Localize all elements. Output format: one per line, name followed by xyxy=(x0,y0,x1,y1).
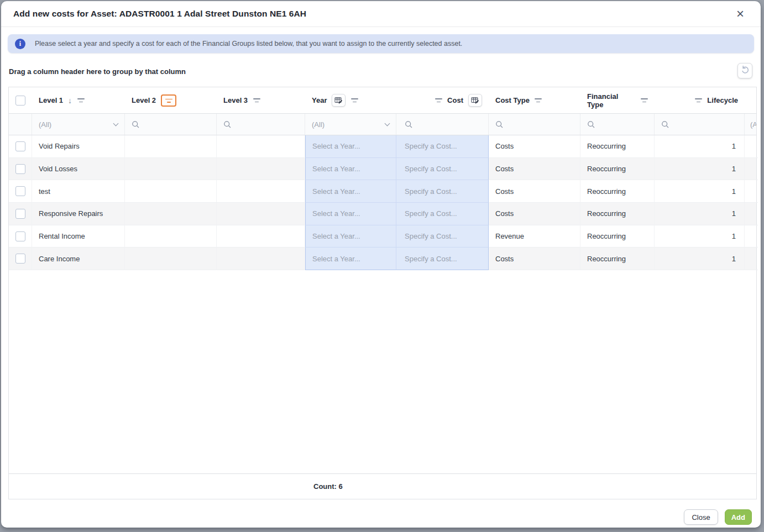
year-edit-cell[interactable]: Select a Year... xyxy=(305,203,396,225)
financial-type-cell: Reoccurring xyxy=(580,203,655,225)
column-header-level3[interactable]: Level 3 xyxy=(217,87,305,113)
column-header-clipped xyxy=(745,87,756,113)
cost-edit-cell[interactable]: Specify a Cost... xyxy=(396,135,489,158)
filter-icon[interactable] xyxy=(77,98,85,102)
info-banner-text: Please select a year and specify a cost … xyxy=(35,40,462,48)
cost-type-cell: Costs xyxy=(489,135,580,158)
dialog-footer-actions: Close Add xyxy=(684,509,752,525)
table-row: Responsive Repairs Select a Year... Spec… xyxy=(9,203,756,225)
row-select-cell[interactable] xyxy=(9,135,32,158)
level2-cell xyxy=(125,203,217,225)
group-panel-hint: Drag a column header here to group by th… xyxy=(9,67,186,76)
row-checkbox[interactable] xyxy=(15,141,25,151)
clipped-cell xyxy=(745,247,758,270)
chevron-down-icon[interactable] xyxy=(113,120,119,126)
cost-type-filter-input[interactable] xyxy=(489,114,580,135)
row-select-cell[interactable] xyxy=(9,247,32,270)
table-row: Void Losses Select a Year... Specify a C… xyxy=(9,158,756,181)
grid-empty-area xyxy=(9,270,756,473)
column-header-year[interactable]: Year xyxy=(305,87,396,113)
level3-cell xyxy=(217,158,305,181)
select-all-cell[interactable] xyxy=(9,87,32,113)
filter-icon[interactable] xyxy=(535,98,542,102)
lifecycle-cell: 1 xyxy=(655,135,745,158)
level1-cell: Void Losses xyxy=(32,158,125,181)
costs-grid: Level 1 ↓ Level 2 Level 3 Year xyxy=(8,87,757,499)
row-select-cell[interactable] xyxy=(9,225,32,248)
year-edit-cell[interactable]: Select a Year... xyxy=(305,225,396,248)
search-icon xyxy=(223,120,232,129)
year-edit-cell[interactable]: Select a Year... xyxy=(305,180,396,203)
level3-cell xyxy=(217,135,305,158)
cost-edit-cell[interactable]: Specify a Cost... xyxy=(396,247,489,270)
financial-type-cell: Reoccurring xyxy=(580,180,655,203)
column-header-level1[interactable]: Level 1 ↓ xyxy=(32,87,125,113)
cost-placeholder: Specify a Cost... xyxy=(405,255,457,263)
level3-cell xyxy=(217,225,305,248)
year-edit-cell[interactable]: Select a Year... xyxy=(305,158,396,181)
active-filter-icon[interactable] xyxy=(161,94,176,107)
search-icon xyxy=(495,120,504,129)
row-checkbox[interactable] xyxy=(15,254,25,264)
filter-icon[interactable] xyxy=(694,98,702,102)
year-edit-cell[interactable]: Select a Year... xyxy=(305,247,396,270)
filter-empty-cell xyxy=(9,114,32,135)
sort-descending-icon[interactable]: ↓ xyxy=(68,96,72,105)
close-button[interactable]: Close xyxy=(684,509,718,525)
level2-cell xyxy=(125,225,217,248)
edit-column-icon xyxy=(332,94,346,107)
clipped-filter-select[interactable]: (All) xyxy=(745,114,756,135)
cost-edit-cell[interactable]: Specify a Cost... xyxy=(396,225,489,248)
level2-cell xyxy=(125,180,217,203)
close-icon[interactable]: × xyxy=(732,6,749,22)
dialog-title: Add new costs for Asset: ADASTR0001 1 Ad… xyxy=(1,9,306,19)
level2-filter-input[interactable] xyxy=(125,114,217,135)
cost-type-cell: Costs xyxy=(489,247,580,270)
row-checkbox[interactable] xyxy=(15,209,25,219)
row-select-cell[interactable] xyxy=(9,180,32,203)
column-header-cost-type[interactable]: Cost Type xyxy=(489,87,580,113)
cost-type-cell: Costs xyxy=(489,158,580,181)
search-icon xyxy=(587,120,595,129)
row-checkbox[interactable] xyxy=(15,164,25,174)
row-select-cell[interactable] xyxy=(9,158,32,181)
grid-summary-row: Count: 6 xyxy=(9,473,756,499)
year-placeholder: Select a Year... xyxy=(312,165,360,173)
filter-icon[interactable] xyxy=(640,98,648,102)
cost-placeholder: Specify a Cost... xyxy=(405,142,457,150)
revert-button[interactable] xyxy=(737,63,752,78)
clipped-cell xyxy=(745,225,758,248)
level1-filter-select[interactable]: (All) xyxy=(32,114,125,135)
select-all-checkbox[interactable] xyxy=(15,96,25,106)
info-icon: i xyxy=(15,39,25,49)
financial-type-cell: Reoccurring xyxy=(580,135,655,158)
row-checkbox[interactable] xyxy=(15,231,25,241)
financial-type-filter-input[interactable] xyxy=(580,114,655,135)
column-header-lifecycle[interactable]: Lifecycle xyxy=(655,87,745,113)
row-checkbox[interactable] xyxy=(15,186,25,196)
filter-icon[interactable] xyxy=(435,98,442,102)
clipped-cell xyxy=(745,203,758,225)
year-edit-cell[interactable]: Select a Year... xyxy=(305,135,396,158)
table-row: Void Repairs Select a Year... Specify a … xyxy=(9,135,756,158)
filter-icon[interactable] xyxy=(350,98,358,102)
cost-edit-cell[interactable]: Specify a Cost... xyxy=(396,203,489,225)
year-filter-select[interactable]: (All) xyxy=(305,114,396,135)
filter-icon[interactable] xyxy=(253,98,260,102)
column-header-level2[interactable]: Level 2 xyxy=(125,87,217,113)
table-row: Care Income Select a Year... Specify a C… xyxy=(9,247,756,270)
cost-filter-input[interactable] xyxy=(396,114,489,135)
cost-edit-cell[interactable]: Specify a Cost... xyxy=(396,158,489,181)
column-header-cost[interactable]: Cost xyxy=(396,87,489,113)
lifecycle-cell: 1 xyxy=(655,203,745,225)
add-button[interactable]: Add xyxy=(725,509,752,525)
lifecycle-filter-input[interactable] xyxy=(655,114,745,135)
level3-cell xyxy=(217,180,305,203)
row-select-cell[interactable] xyxy=(9,203,32,225)
level3-filter-input[interactable] xyxy=(217,114,305,135)
column-header-financial-type[interactable]: Financial Type xyxy=(580,87,655,113)
add-costs-dialog: Add new costs for Asset: ADASTR0001 1 Ad… xyxy=(1,1,761,528)
lifecycle-cell: 1 xyxy=(655,247,745,270)
cost-edit-cell[interactable]: Specify a Cost... xyxy=(396,180,489,203)
chevron-down-icon[interactable] xyxy=(385,120,390,126)
